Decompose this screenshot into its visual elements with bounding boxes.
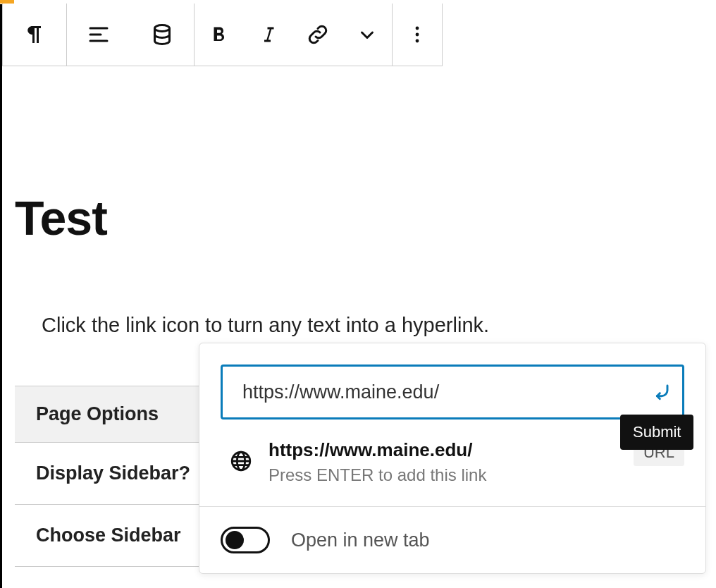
open-new-tab-toggle[interactable] (221, 527, 270, 553)
window-left-edge (0, 4, 2, 588)
suggestion-hint: Press ENTER to add this link (268, 465, 618, 485)
page-title[interactable]: Test (15, 190, 703, 245)
svg-point-0 (155, 25, 170, 32)
link-url-input[interactable] (221, 365, 684, 419)
align-left-icon (86, 22, 111, 47)
link-popover: https://www.maine.edu/ Press ENTER to ad… (199, 343, 706, 574)
link-icon (305, 22, 331, 47)
status-bar-fragment (0, 0, 14, 4)
toggle-knob (226, 531, 244, 549)
bold-button[interactable] (195, 4, 244, 66)
more-formatting-button[interactable] (342, 4, 392, 66)
chevron-down-icon (354, 22, 380, 47)
database-button[interactable] (130, 4, 194, 66)
submit-tooltip: Submit (620, 415, 693, 450)
submit-link-button[interactable] (650, 380, 673, 405)
open-new-tab-row: Open in new tab (199, 507, 705, 573)
paragraph-block-button[interactable] (3, 4, 66, 66)
align-button[interactable] (67, 4, 130, 66)
italic-icon (256, 22, 281, 47)
tool-group-1 (2, 4, 67, 66)
svg-point-3 (416, 39, 419, 43)
globe-icon (229, 449, 253, 476)
suggestion-text: https://www.maine.edu/ Press ENTER to ad… (268, 439, 618, 485)
database-icon (149, 22, 175, 47)
tool-group-3 (195, 4, 393, 66)
enter-arrow-icon (650, 380, 673, 403)
svg-point-1 (416, 27, 419, 30)
suggestion-title: https://www.maine.edu/ (268, 439, 618, 461)
italic-button[interactable] (244, 4, 293, 66)
block-toolbar (2, 4, 716, 67)
kebab-menu-icon (405, 22, 430, 47)
tool-group-2 (67, 4, 195, 66)
open-new-tab-label: Open in new tab (291, 529, 430, 551)
bold-icon (206, 22, 232, 47)
link-button[interactable] (293, 4, 342, 66)
svg-point-2 (416, 33, 419, 37)
more-options-button[interactable] (393, 4, 442, 66)
pilcrow-icon (22, 22, 47, 47)
paragraph-block[interactable]: Click the link icon to turn any text int… (42, 311, 703, 340)
tool-group-4 (393, 4, 443, 66)
